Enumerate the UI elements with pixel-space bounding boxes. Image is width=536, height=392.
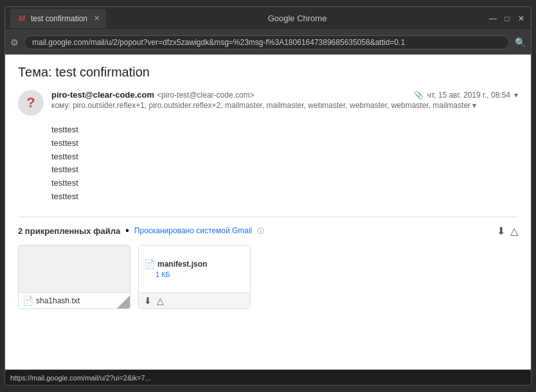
attachment-card-1[interactable]: 📄 sha1hash.txt	[18, 245, 130, 309]
search-icon[interactable]: 🔍	[515, 37, 526, 48]
file-icon-2: 📄	[144, 259, 155, 269]
close-button[interactable]: ✕	[517, 14, 526, 23]
attachments-count-label: 2 прикрепленных файла	[18, 226, 120, 236]
attachments-grid: 📄 sha1hash.txt 📄 manifest.json 1 КБ ⬇	[18, 245, 518, 309]
tab-favicon-icon: M	[17, 13, 27, 24]
divider	[18, 217, 518, 217]
clip-icon: 📎	[414, 91, 424, 100]
body-line-3: testtest	[51, 150, 518, 164]
email-datetime: чт, 15 авг. 2019 г., 08:54	[427, 91, 510, 100]
card-drive-icon-2[interactable]: △	[157, 296, 164, 306]
attachments-info-icon: ⓘ	[257, 226, 264, 236]
body-line-6: testtest	[51, 190, 518, 204]
message-body: testtest testtest testtest testtest test…	[18, 123, 518, 204]
nav-settings-icon[interactable]: ⚙	[10, 37, 19, 48]
attachment-preview-1	[19, 245, 130, 292]
to-recipients: piro.outsider.reflex+1, piro.outsider.re…	[73, 101, 470, 110]
attachment-filename-2: manifest.json	[157, 260, 207, 269]
titlebar-app-name: Google Chrome	[106, 13, 488, 23]
window-controls: — □ ✕	[488, 14, 526, 23]
maximize-button[interactable]: □	[503, 14, 512, 23]
email-content-area: Тема: test confirmation ? piro-test@clea…	[5, 55, 531, 370]
attachment-card-1-inner: 📄 sha1hash.txt	[19, 245, 130, 308]
browser-window: M test confirmation ✕ Google Chrome — □ …	[4, 6, 532, 386]
card-download-icon-2[interactable]: ⬇	[144, 296, 152, 306]
attachment-filename-1: sha1hash.txt	[36, 296, 80, 305]
attachment-card-2-top: 📄 manifest.json 1 КБ	[139, 245, 250, 292]
sender-info: piro-test@clear-code.com <piro-test@clea…	[51, 90, 518, 110]
attachment-card2-actions: ⬇ △	[139, 292, 250, 308]
file-icon-1: 📄	[22, 296, 33, 306]
titlebar: M test confirmation ✕ Google Chrome — □ …	[5, 7, 531, 30]
to-row: кому: piro.outsider.reflex+1, piro.outsi…	[51, 101, 518, 110]
statusbar: https://mail.google.com/mail/u/2?ui=2&ik…	[5, 370, 531, 385]
sender-row: ? piro-test@clear-code.com <piro-test@cl…	[18, 90, 518, 116]
attachments-actions: ⬇ △	[497, 225, 518, 237]
more-options-icon[interactable]: ▾	[514, 91, 518, 100]
statusbar-url: https://mail.google.com/mail/u/2?ui=2&ik…	[10, 374, 151, 382]
attachments-separator: •	[125, 225, 129, 236]
tab-close-button[interactable]: ✕	[94, 14, 100, 22]
download-all-icon[interactable]: ⬇	[497, 225, 505, 237]
sender-meta: 📎 чт, 15 авг. 2019 г., 08:54 ▾	[414, 91, 518, 100]
to-expand-icon[interactable]: ▾	[472, 101, 476, 110]
attachment-card-2[interactable]: 📄 manifest.json 1 КБ ⬇ △	[138, 245, 251, 309]
attachments-scanned-label: Просканировано системой Gmail	[134, 226, 252, 235]
browser-tab[interactable]: M test confirmation ✕	[10, 9, 106, 28]
sender-name: piro-test@clear-code.com	[51, 90, 154, 100]
minimize-button[interactable]: —	[488, 14, 497, 23]
to-label: кому:	[51, 101, 71, 110]
attachments-header: 2 прикрепленных файла • Просканировано с…	[18, 225, 518, 237]
save-all-to-drive-icon[interactable]: △	[510, 225, 518, 237]
body-line-5: testtest	[51, 177, 518, 190]
address-input[interactable]: mail.google.com/mail/u/2/popout?ver=dfzx…	[24, 35, 510, 49]
corner-fold-1	[117, 296, 130, 308]
sender-name-row: piro-test@clear-code.com <piro-test@clea…	[51, 90, 518, 100]
body-line-4: testtest	[51, 163, 518, 177]
attachment-footer-1: 📄 sha1hash.txt	[19, 292, 130, 308]
addressbar: ⚙ mail.google.com/mail/u/2/popout?ver=df…	[5, 30, 531, 55]
email-subject: Тема: test confirmation	[18, 65, 518, 80]
body-line-1: testtest	[51, 123, 518, 137]
attachment-size-2: 1 КБ	[144, 271, 245, 278]
body-line-2: testtest	[51, 137, 518, 150]
tab-title-label: test confirmation	[31, 14, 87, 23]
attachment-card2-filename: 📄 manifest.json	[144, 259, 245, 269]
sender-email-bracket: <piro-test@clear-code.com>	[157, 91, 255, 100]
avatar: ?	[18, 90, 44, 116]
